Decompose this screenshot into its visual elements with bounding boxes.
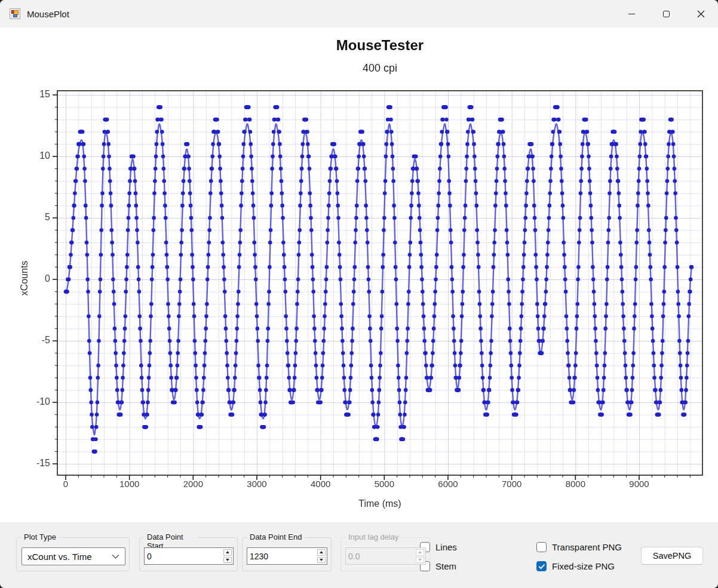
maximize-icon — [663, 11, 670, 17]
mouseplot-window: MousePlot MouseTester 400 cpi Time (ms) … — [0, 0, 718, 588]
data-point-end-spin — [316, 548, 327, 564]
plot-canvas — [0, 27, 718, 522]
spin-down-button[interactable] — [223, 557, 232, 564]
data-point-start-input[interactable] — [145, 548, 222, 564]
fixed-size-png-checkbox-label: Fixed-size PNG — [552, 561, 615, 571]
data-point-start-group: Data Point Start — [139, 537, 238, 571]
fixed-size-png-checkbox[interactable] — [536, 561, 547, 571]
chart-area: MouseTester 400 cpi Time (ms) xCounts — [0, 27, 718, 522]
transparent-png-checkbox[interactable] — [536, 542, 547, 552]
fixed-size-png-checkbox-row[interactable]: Fixed-size PNG — [536, 561, 615, 571]
lines-checkbox-label: Lines — [435, 542, 457, 552]
input-lag-delay-group: Input lag delay — [340, 537, 430, 571]
minimize-icon — [628, 14, 635, 14]
data-point-start-stepper — [144, 547, 234, 565]
data-point-end-label: Data Point End — [247, 532, 304, 541]
window-controls — [614, 0, 718, 27]
input-lag-delay-spin — [415, 548, 425, 564]
chevron-down-icon — [112, 554, 119, 559]
spin-down-button — [416, 557, 424, 564]
check-icon — [538, 564, 545, 569]
maximize-button[interactable] — [649, 0, 683, 27]
control-panel: Plot Type xCount vs. Time Data Point Sta… — [0, 522, 718, 588]
plot-type-value: xCount vs. Time — [27, 552, 112, 562]
data-point-end-input[interactable] — [247, 548, 316, 564]
input-lag-delay-stepper — [345, 547, 426, 565]
spin-up-icon — [320, 551, 323, 553]
app-icon-blue-square — [13, 14, 17, 17]
plot-type-label: Plot Type — [22, 532, 59, 541]
spin-up-button[interactable] — [223, 549, 232, 556]
data-point-end-stepper — [247, 547, 327, 565]
save-png-button[interactable]: SavePNG — [641, 547, 703, 565]
spin-up-icon — [418, 551, 422, 553]
plot-type-group: Plot Type xCount vs. Time — [16, 537, 130, 571]
spin-up-icon — [226, 551, 229, 553]
input-lag-delay-label: Input lag delay — [346, 532, 401, 541]
titlebar: MousePlot — [0, 0, 718, 27]
spin-down-icon — [418, 559, 422, 561]
chart-subtitle: 400 cpi — [57, 62, 702, 75]
window-title: MousePlot — [27, 9, 69, 19]
spin-down-icon — [226, 559, 229, 561]
spin-up-button[interactable] — [317, 549, 326, 556]
minimize-button[interactable] — [614, 0, 649, 27]
stem-checkbox-label: Stem — [435, 561, 456, 571]
spin-down-icon — [320, 559, 323, 561]
data-point-end-group: Data Point End — [242, 537, 332, 571]
input-lag-delay-input — [346, 548, 415, 564]
spin-down-button[interactable] — [317, 557, 326, 564]
data-point-start-spin — [222, 548, 233, 564]
y-axis-title: xCounts — [19, 245, 30, 311]
transparent-png-checkbox-row[interactable]: Transparent PNG — [536, 542, 622, 552]
plot-type-combobox[interactable]: xCount vs. Time — [22, 547, 125, 565]
transparent-png-checkbox-label: Transparent PNG — [552, 542, 622, 552]
x-axis-title: Time (ms) — [57, 498, 702, 509]
spin-up-button — [416, 549, 424, 556]
close-button[interactable] — [683, 0, 718, 27]
close-icon — [697, 10, 705, 18]
app-icon — [10, 8, 20, 19]
chart-title: MouseTester — [57, 37, 702, 54]
